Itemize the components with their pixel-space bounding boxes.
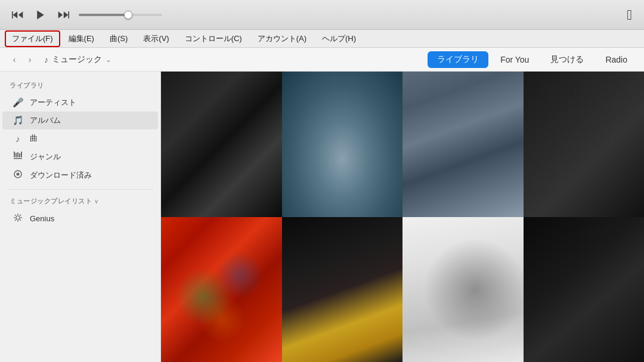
album-cell-2[interactable]: [282, 72, 403, 217]
microphone-icon: 🎤: [12, 97, 24, 108]
svg-line-23: [15, 219, 16, 221]
breadcrumb-label: ミュージック: [52, 54, 102, 65]
fast-forward-icon: [57, 9, 69, 21]
tab-for-you[interactable]: For You: [491, 52, 538, 67]
album-icon: 🎵: [12, 115, 24, 126]
svg-marker-5: [58, 11, 63, 18]
sidebar-item-albums[interactable]: 🎵 アルバム: [2, 112, 158, 129]
svg-line-20: [15, 215, 16, 216]
play-button[interactable]: [32, 7, 49, 23]
volume-slider[interactable]: [79, 14, 162, 16]
content-area: [161, 72, 644, 362]
menu-item-account[interactable]: アカウント(A): [250, 30, 314, 47]
nav-arrows: ‹ ›: [7, 52, 37, 67]
sidebar-divider: [7, 189, 153, 190]
svg-rect-10: [19, 153, 20, 157]
svg-rect-11: [21, 151, 22, 157]
sidebar: ライブラリ 🎤 アーティスト 🎵 アルバム ♪ 曲: [0, 72, 161, 362]
sidebar-artists-label: アーティスト: [30, 97, 76, 108]
menu-item-edit[interactable]: 編集(E): [61, 30, 101, 47]
nav-tabs: ライブラリ For You 見つける Radio: [428, 51, 637, 68]
genre-icon: [12, 151, 24, 162]
genius-icon: [12, 213, 24, 224]
svg-line-22: [20, 215, 21, 216]
svg-rect-6: [68, 11, 69, 18]
volume-control: [79, 14, 162, 16]
svg-rect-9: [17, 152, 18, 157]
sidebar-downloaded-label: ダウンロード済み: [30, 170, 92, 181]
nav-back-button[interactable]: ‹: [7, 52, 21, 67]
sidebar-genius-label: Genius: [30, 214, 54, 223]
svg-rect-8: [16, 153, 17, 157]
breadcrumb: ♪ ミュージック ⌄: [44, 54, 112, 65]
album-cell-8[interactable]: [524, 217, 645, 363]
music-note-icon: ♪: [44, 55, 48, 64]
menu-item-file[interactable]: ファイル(F): [5, 30, 60, 47]
album-cell-7[interactable]: [402, 217, 524, 363]
play-icon: [35, 9, 47, 21]
menu-item-song[interactable]: 曲(S): [103, 30, 135, 47]
nav-forward-button[interactable]: ›: [23, 52, 37, 67]
breadcrumb-chevron-icon[interactable]: ⌄: [106, 55, 112, 64]
library-section-title: ライブラリ: [0, 79, 160, 94]
svg-point-14: [17, 173, 20, 176]
tab-library[interactable]: ライブラリ: [428, 51, 488, 68]
sidebar-item-artists[interactable]: 🎤 アーティスト: [2, 94, 158, 112]
title-bar: : [0, 0, 644, 30]
sidebar-genre-label: ジャンル: [30, 151, 61, 162]
rewind-icon: [12, 9, 24, 21]
playlist-section-title: ミュージックプレイリスト: [10, 197, 92, 206]
album-cell-5[interactable]: [161, 217, 282, 363]
apple-logo: : [627, 7, 632, 23]
menu-item-help[interactable]: ヘルプ(H): [315, 30, 363, 47]
menu-item-view[interactable]: 表示(V): [136, 30, 176, 47]
svg-point-15: [16, 216, 20, 219]
svg-rect-7: [14, 151, 15, 157]
main-layout: ライブラリ 🎤 アーティスト 🎵 アルバム ♪ 曲: [0, 72, 644, 362]
sidebar-item-downloaded[interactable]: ダウンロード済み: [2, 166, 158, 184]
svg-marker-3: [37, 10, 44, 19]
tab-mitsukeru[interactable]: 見つける: [541, 51, 593, 68]
menu-bar: ファイル(F) 編集(E) 曲(S) 表示(V) コントロール(C) アカウント…: [0, 30, 644, 48]
playlist-section[interactable]: ミュージックプレイリスト ∨: [0, 194, 160, 209]
menu-item-controls[interactable]: コントロール(C): [178, 30, 249, 47]
song-icon: ♪: [12, 134, 24, 144]
fast-forward-button[interactable]: [55, 7, 72, 23]
svg-rect-2: [12, 11, 13, 18]
album-cell-6[interactable]: [282, 217, 403, 363]
sidebar-item-genius[interactable]: Genius: [2, 209, 158, 228]
svg-rect-12: [14, 158, 22, 159]
svg-marker-4: [64, 11, 69, 18]
sidebar-songs-label: 曲: [30, 133, 38, 144]
sidebar-item-songs[interactable]: ♪ 曲: [2, 129, 158, 147]
playlist-chevron-icon: ∨: [94, 198, 98, 205]
sidebar-albums-label: アルバム: [30, 115, 61, 126]
svg-marker-1: [18, 11, 23, 18]
transport-controls: [10, 7, 72, 23]
rewind-button[interactable]: [10, 7, 26, 23]
tab-radio[interactable]: Radio: [596, 52, 637, 67]
nav-bar: ‹ › ♪ ミュージック ⌄ ライブラリ For You 見つける Radio: [0, 48, 644, 72]
sidebar-item-genre[interactable]: ジャンル: [2, 147, 158, 166]
album-cell-4[interactable]: [524, 72, 645, 217]
album-cell-3[interactable]: [402, 72, 524, 217]
svg-marker-0: [13, 11, 18, 18]
download-icon: [12, 169, 24, 181]
svg-line-21: [20, 219, 21, 221]
album-cell-1[interactable]: [161, 72, 282, 217]
